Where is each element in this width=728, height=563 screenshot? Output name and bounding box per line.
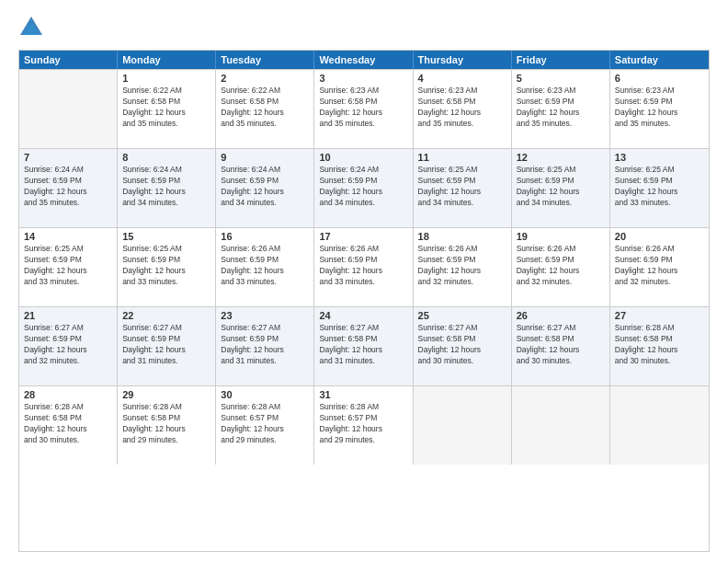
day-number: 9 [221,152,309,163]
calendar-cell: 12Sunrise: 6:25 AM Sunset: 6:59 PM Dayli… [512,149,610,227]
calendar-cell: 7Sunrise: 6:24 AM Sunset: 6:59 PM Daylig… [19,149,118,227]
day-info: Sunrise: 6:24 AM Sunset: 6:59 PM Dayligh… [122,165,210,209]
day-number: 26 [517,310,605,321]
calendar-cell: 20Sunrise: 6:26 AM Sunset: 6:59 PM Dayli… [610,228,709,306]
day-info: Sunrise: 6:28 AM Sunset: 6:57 PM Dayligh… [319,402,407,446]
header-cell-monday: Monday [118,51,216,69]
calendar-row-5: 28Sunrise: 6:28 AM Sunset: 6:58 PM Dayli… [19,385,709,465]
day-info: Sunrise: 6:25 AM Sunset: 6:59 PM Dayligh… [615,165,704,209]
day-info: Sunrise: 6:27 AM Sunset: 6:59 PM Dayligh… [221,323,309,367]
calendar-cell: 17Sunrise: 6:26 AM Sunset: 6:59 PM Dayli… [314,228,413,306]
day-number: 29 [122,389,210,400]
header-cell-wednesday: Wednesday [314,51,413,69]
day-number: 5 [517,73,605,84]
day-number: 11 [418,152,506,163]
day-number: 31 [319,389,407,400]
header-cell-thursday: Thursday [414,51,512,69]
day-info: Sunrise: 6:26 AM Sunset: 6:59 PM Dayligh… [319,244,407,288]
header-cell-saturday: Saturday [610,51,709,69]
calendar-row-1: 1Sunrise: 6:22 AM Sunset: 6:58 PM Daylig… [19,69,709,148]
calendar-cell: 9Sunrise: 6:24 AM Sunset: 6:59 PM Daylig… [216,149,314,227]
day-number: 13 [615,152,704,163]
calendar-row-3: 14Sunrise: 6:25 AM Sunset: 6:59 PM Dayli… [19,227,709,306]
day-info: Sunrise: 6:27 AM Sunset: 6:58 PM Dayligh… [319,323,407,367]
day-number: 3 [319,73,407,84]
day-info: Sunrise: 6:27 AM Sunset: 6:58 PM Dayligh… [418,323,506,367]
day-info: Sunrise: 6:28 AM Sunset: 6:58 PM Dayligh… [615,323,704,367]
day-info: Sunrise: 6:25 AM Sunset: 6:59 PM Dayligh… [418,165,506,209]
day-info: Sunrise: 6:28 AM Sunset: 6:58 PM Dayligh… [122,402,210,446]
day-info: Sunrise: 6:23 AM Sunset: 6:59 PM Dayligh… [615,86,704,130]
day-info: Sunrise: 6:23 AM Sunset: 6:58 PM Dayligh… [319,86,407,130]
calendar-row-4: 21Sunrise: 6:27 AM Sunset: 6:59 PM Dayli… [19,306,709,385]
day-number: 30 [221,389,309,400]
calendar-cell: 19Sunrise: 6:26 AM Sunset: 6:59 PM Dayli… [512,228,610,306]
day-info: Sunrise: 6:22 AM Sunset: 6:58 PM Dayligh… [221,86,309,130]
day-info: Sunrise: 6:26 AM Sunset: 6:59 PM Dayligh… [418,244,506,288]
day-info: Sunrise: 6:24 AM Sunset: 6:59 PM Dayligh… [221,165,309,209]
day-number: 28 [24,389,112,400]
day-info: Sunrise: 6:26 AM Sunset: 6:59 PM Dayligh… [221,244,309,288]
calendar-cell: 11Sunrise: 6:25 AM Sunset: 6:59 PM Dayli… [414,149,512,227]
day-info: Sunrise: 6:27 AM Sunset: 6:59 PM Dayligh… [24,323,112,367]
calendar-cell: 24Sunrise: 6:27 AM Sunset: 6:58 PM Dayli… [314,307,413,385]
day-info: Sunrise: 6:25 AM Sunset: 6:59 PM Dayligh… [122,244,210,288]
day-number: 17 [319,231,407,242]
calendar-cell: 30Sunrise: 6:28 AM Sunset: 6:57 PM Dayli… [216,386,314,465]
day-number: 6 [615,73,704,84]
calendar-cell: 8Sunrise: 6:24 AM Sunset: 6:59 PM Daylig… [118,149,216,227]
day-info: Sunrise: 6:27 AM Sunset: 6:58 PM Dayligh… [517,323,605,367]
day-number: 16 [221,231,309,242]
day-info: Sunrise: 6:25 AM Sunset: 6:59 PM Dayligh… [24,244,112,288]
day-number: 2 [221,73,309,84]
calendar-cell: 1Sunrise: 6:22 AM Sunset: 6:58 PM Daylig… [118,70,216,148]
header-cell-tuesday: Tuesday [216,51,314,69]
calendar-cell [414,386,512,465]
calendar-cell: 2Sunrise: 6:22 AM Sunset: 6:58 PM Daylig… [216,70,314,148]
calendar-cell: 29Sunrise: 6:28 AM Sunset: 6:58 PM Dayli… [118,386,216,465]
day-number: 1 [122,73,210,84]
calendar-cell: 3Sunrise: 6:23 AM Sunset: 6:58 PM Daylig… [314,70,413,148]
calendar-cell: 26Sunrise: 6:27 AM Sunset: 6:58 PM Dayli… [512,307,610,385]
day-info: Sunrise: 6:23 AM Sunset: 6:59 PM Dayligh… [517,86,605,130]
day-number: 24 [319,310,407,321]
calendar-cell [19,70,118,148]
calendar-cell [610,386,709,465]
day-number: 23 [221,310,309,321]
day-info: Sunrise: 6:27 AM Sunset: 6:59 PM Dayligh… [122,323,210,367]
calendar-cell: 23Sunrise: 6:27 AM Sunset: 6:59 PM Dayli… [216,307,314,385]
header [18,15,710,40]
calendar-row-2: 7Sunrise: 6:24 AM Sunset: 6:59 PM Daylig… [19,148,709,227]
calendar-cell: 13Sunrise: 6:25 AM Sunset: 6:59 PM Dayli… [610,149,709,227]
calendar-cell: 4Sunrise: 6:23 AM Sunset: 6:58 PM Daylig… [414,70,512,148]
day-number: 27 [615,310,704,321]
day-number: 7 [24,152,112,163]
calendar: SundayMondayTuesdayWednesdayThursdayFrid… [18,50,710,552]
day-info: Sunrise: 6:26 AM Sunset: 6:59 PM Dayligh… [517,244,605,288]
calendar-cell: 18Sunrise: 6:26 AM Sunset: 6:59 PM Dayli… [414,228,512,306]
day-number: 15 [122,231,210,242]
calendar-cell: 6Sunrise: 6:23 AM Sunset: 6:59 PM Daylig… [610,70,709,148]
day-info: Sunrise: 6:26 AM Sunset: 6:59 PM Dayligh… [615,244,704,288]
logo-icon [18,15,44,40]
day-number: 20 [615,231,704,242]
day-number: 25 [418,310,506,321]
day-number: 14 [24,231,112,242]
calendar-cell: 10Sunrise: 6:24 AM Sunset: 6:59 PM Dayli… [314,149,413,227]
calendar-cell: 27Sunrise: 6:28 AM Sunset: 6:58 PM Dayli… [610,307,709,385]
day-number: 18 [418,231,506,242]
day-info: Sunrise: 6:22 AM Sunset: 6:58 PM Dayligh… [122,86,210,130]
day-info: Sunrise: 6:24 AM Sunset: 6:59 PM Dayligh… [319,165,407,209]
calendar-body: 1Sunrise: 6:22 AM Sunset: 6:58 PM Daylig… [19,69,709,465]
calendar-cell: 22Sunrise: 6:27 AM Sunset: 6:59 PM Dayli… [118,307,216,385]
calendar-cell: 16Sunrise: 6:26 AM Sunset: 6:59 PM Dayli… [216,228,314,306]
day-info: Sunrise: 6:23 AM Sunset: 6:58 PM Dayligh… [418,86,506,130]
day-info: Sunrise: 6:25 AM Sunset: 6:59 PM Dayligh… [517,165,605,209]
calendar-cell: 25Sunrise: 6:27 AM Sunset: 6:58 PM Dayli… [414,307,512,385]
day-number: 22 [122,310,210,321]
day-number: 10 [319,152,407,163]
day-info: Sunrise: 6:24 AM Sunset: 6:59 PM Dayligh… [24,165,112,209]
calendar-cell: 5Sunrise: 6:23 AM Sunset: 6:59 PM Daylig… [512,70,610,148]
calendar-cell: 15Sunrise: 6:25 AM Sunset: 6:59 PM Dayli… [118,228,216,306]
header-cell-sunday: Sunday [19,51,118,69]
